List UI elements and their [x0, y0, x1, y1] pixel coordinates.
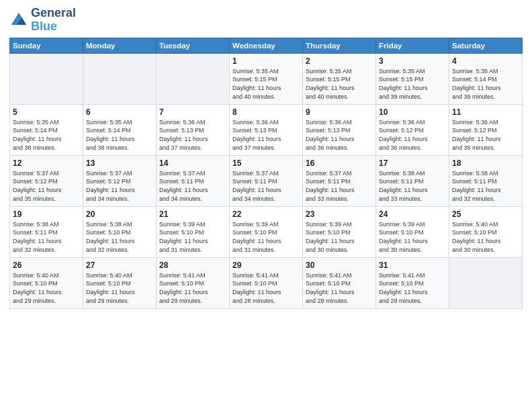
calendar-cell: 2Sunrise: 5:35 AM Sunset: 5:15 PM Daylig… — [303, 53, 376, 104]
cell-info: Sunrise: 5:36 AM Sunset: 5:13 PM Dayligh… — [159, 118, 226, 152]
header-row: SundayMondayTuesdayWednesdayThursdayFrid… — [10, 38, 523, 53]
calendar-cell: 23Sunrise: 5:39 AM Sunset: 5:10 PM Dayli… — [303, 206, 376, 257]
calendar-cell: 21Sunrise: 5:39 AM Sunset: 5:10 PM Dayli… — [157, 206, 230, 257]
cell-info: Sunrise: 5:41 AM Sunset: 5:10 PM Dayligh… — [379, 271, 446, 305]
day-number: 19 — [13, 209, 80, 220]
day-number: 11 — [452, 107, 519, 118]
calendar-table: SundayMondayTuesdayWednesdayThursdayFrid… — [9, 38, 523, 309]
calendar-cell: 31Sunrise: 5:41 AM Sunset: 5:10 PM Dayli… — [376, 257, 449, 308]
calendar-cell: 16Sunrise: 5:37 AM Sunset: 5:11 PM Dayli… — [303, 155, 376, 206]
cell-info: Sunrise: 5:37 AM Sunset: 5:11 PM Dayligh… — [232, 169, 300, 203]
day-number: 15 — [232, 158, 300, 169]
cell-info: Sunrise: 5:37 AM Sunset: 5:12 PM Dayligh… — [13, 169, 80, 203]
day-number: 29 — [232, 260, 300, 271]
day-number: 24 — [379, 209, 446, 220]
calendar-cell — [157, 53, 230, 104]
calendar-cell: 24Sunrise: 5:39 AM Sunset: 5:10 PM Dayli… — [376, 206, 449, 257]
day-number: 3 — [379, 56, 446, 66]
cell-info: Sunrise: 5:41 AM Sunset: 5:10 PM Dayligh… — [306, 271, 373, 305]
calendar-cell: 6Sunrise: 5:35 AM Sunset: 5:14 PM Daylig… — [83, 104, 157, 155]
cell-info: Sunrise: 5:35 AM Sunset: 5:15 PM Dayligh… — [306, 67, 373, 101]
cell-info: Sunrise: 5:35 AM Sunset: 5:14 PM Dayligh… — [452, 67, 519, 101]
cell-info: Sunrise: 5:37 AM Sunset: 5:11 PM Dayligh… — [306, 169, 373, 203]
calendar-cell: 30Sunrise: 5:41 AM Sunset: 5:10 PM Dayli… — [303, 257, 376, 308]
calendar-week: 1Sunrise: 5:35 AM Sunset: 5:15 PM Daylig… — [10, 53, 523, 104]
day-number: 27 — [86, 260, 153, 271]
calendar-cell: 12Sunrise: 5:37 AM Sunset: 5:12 PM Dayli… — [10, 155, 83, 206]
cell-info: Sunrise: 5:39 AM Sunset: 5:10 PM Dayligh… — [159, 220, 226, 254]
day-number: 25 — [452, 209, 519, 220]
day-header: Wednesday — [230, 38, 303, 53]
calendar-week: 5Sunrise: 5:35 AM Sunset: 5:14 PM Daylig… — [10, 104, 523, 155]
cell-info: Sunrise: 5:37 AM Sunset: 5:11 PM Dayligh… — [159, 169, 226, 203]
day-number: 20 — [86, 209, 153, 220]
calendar-cell: 27Sunrise: 5:40 AM Sunset: 5:10 PM Dayli… — [83, 257, 157, 308]
calendar-cell: 17Sunrise: 5:38 AM Sunset: 5:11 PM Dayli… — [376, 155, 449, 206]
cell-info: Sunrise: 5:38 AM Sunset: 5:10 PM Dayligh… — [86, 220, 153, 254]
cell-info: Sunrise: 5:35 AM Sunset: 5:14 PM Dayligh… — [13, 118, 80, 152]
calendar-cell — [449, 257, 523, 308]
day-header: Monday — [83, 38, 157, 53]
page: General Blue SundayMondayTuesdayWednesda… — [0, 0, 532, 411]
cell-info: Sunrise: 5:36 AM Sunset: 5:12 PM Dayligh… — [452, 118, 519, 152]
day-number: 17 — [379, 158, 446, 169]
cell-info: Sunrise: 5:39 AM Sunset: 5:10 PM Dayligh… — [379, 220, 446, 254]
cell-info: Sunrise: 5:40 AM Sunset: 5:10 PM Dayligh… — [13, 271, 80, 305]
cell-info: Sunrise: 5:36 AM Sunset: 5:12 PM Dayligh… — [379, 118, 446, 152]
calendar-cell: 28Sunrise: 5:41 AM Sunset: 5:10 PM Dayli… — [157, 257, 230, 308]
day-number: 8 — [232, 107, 300, 118]
cell-info: Sunrise: 5:35 AM Sunset: 5:15 PM Dayligh… — [232, 67, 300, 101]
day-header: Saturday — [449, 38, 523, 53]
day-number: 10 — [379, 107, 446, 118]
cell-info: Sunrise: 5:38 AM Sunset: 5:11 PM Dayligh… — [452, 169, 519, 203]
cell-info: Sunrise: 5:41 AM Sunset: 5:10 PM Dayligh… — [159, 271, 226, 305]
calendar-cell — [83, 53, 157, 104]
day-number: 13 — [86, 158, 153, 169]
calendar-cell: 1Sunrise: 5:35 AM Sunset: 5:15 PM Daylig… — [230, 53, 303, 104]
calendar-cell: 11Sunrise: 5:36 AM Sunset: 5:12 PM Dayli… — [449, 104, 523, 155]
calendar-week: 19Sunrise: 5:38 AM Sunset: 5:11 PM Dayli… — [10, 206, 523, 257]
day-header: Sunday — [10, 38, 83, 53]
calendar-week: 26Sunrise: 5:40 AM Sunset: 5:10 PM Dayli… — [10, 257, 523, 308]
calendar-cell: 9Sunrise: 5:36 AM Sunset: 5:13 PM Daylig… — [303, 104, 376, 155]
day-header: Thursday — [303, 38, 376, 53]
day-number: 21 — [159, 209, 226, 220]
calendar-cell: 8Sunrise: 5:36 AM Sunset: 5:13 PM Daylig… — [230, 104, 303, 155]
calendar-cell: 7Sunrise: 5:36 AM Sunset: 5:13 PM Daylig… — [157, 104, 230, 155]
day-header: Friday — [376, 38, 449, 53]
cell-info: Sunrise: 5:36 AM Sunset: 5:13 PM Dayligh… — [232, 118, 300, 152]
cell-info: Sunrise: 5:38 AM Sunset: 5:11 PM Dayligh… — [379, 169, 446, 203]
cell-info: Sunrise: 5:38 AM Sunset: 5:11 PM Dayligh… — [13, 220, 80, 254]
day-number: 6 — [86, 107, 153, 118]
day-number: 9 — [306, 107, 373, 118]
day-number: 26 — [13, 260, 80, 271]
calendar-cell: 22Sunrise: 5:39 AM Sunset: 5:10 PM Dayli… — [230, 206, 303, 257]
day-number: 22 — [232, 209, 300, 220]
day-number: 14 — [159, 158, 226, 169]
day-number: 1 — [232, 56, 300, 66]
logo: General Blue — [9, 7, 76, 34]
calendar-cell: 13Sunrise: 5:37 AM Sunset: 5:12 PM Dayli… — [83, 155, 157, 206]
calendar-cell: 3Sunrise: 5:35 AM Sunset: 5:15 PM Daylig… — [376, 53, 449, 104]
day-number: 4 — [452, 56, 519, 66]
day-number: 12 — [13, 158, 80, 169]
calendar-cell: 4Sunrise: 5:35 AM Sunset: 5:14 PM Daylig… — [449, 53, 523, 104]
logo-text: General Blue — [31, 7, 76, 34]
calendar-cell: 10Sunrise: 5:36 AM Sunset: 5:12 PM Dayli… — [376, 104, 449, 155]
day-header: Tuesday — [157, 38, 230, 53]
calendar-cell: 14Sunrise: 5:37 AM Sunset: 5:11 PM Dayli… — [157, 155, 230, 206]
cell-info: Sunrise: 5:41 AM Sunset: 5:10 PM Dayligh… — [232, 271, 300, 305]
cell-info: Sunrise: 5:40 AM Sunset: 5:10 PM Dayligh… — [452, 220, 519, 254]
cell-info: Sunrise: 5:35 AM Sunset: 5:15 PM Dayligh… — [379, 67, 446, 101]
day-number: 31 — [379, 260, 446, 271]
day-number: 30 — [306, 260, 373, 271]
day-number: 23 — [306, 209, 373, 220]
calendar-cell: 29Sunrise: 5:41 AM Sunset: 5:10 PM Dayli… — [230, 257, 303, 308]
logo-icon — [9, 11, 28, 30]
cell-info: Sunrise: 5:40 AM Sunset: 5:10 PM Dayligh… — [86, 271, 153, 305]
cell-info: Sunrise: 5:35 AM Sunset: 5:14 PM Dayligh… — [86, 118, 153, 152]
day-number: 7 — [159, 107, 226, 118]
calendar-cell: 25Sunrise: 5:40 AM Sunset: 5:10 PM Dayli… — [449, 206, 523, 257]
calendar-week: 12Sunrise: 5:37 AM Sunset: 5:12 PM Dayli… — [10, 155, 523, 206]
calendar-cell: 15Sunrise: 5:37 AM Sunset: 5:11 PM Dayli… — [230, 155, 303, 206]
